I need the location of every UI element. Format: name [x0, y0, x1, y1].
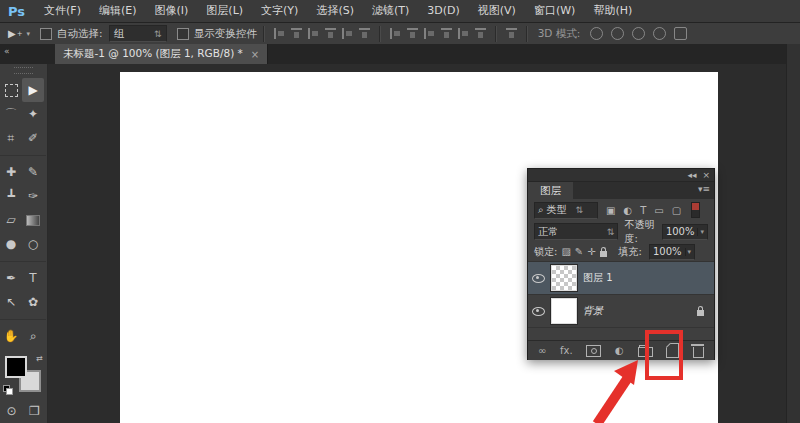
collapse-panels-icon[interactable]: «: [4, 46, 10, 56]
blur-tool[interactable]: ●: [0, 232, 22, 256]
clone-stamp-tool[interactable]: ┻: [0, 184, 22, 208]
panel-menu-icon[interactable]: ▾≡: [698, 184, 710, 194]
eyedropper-tool[interactable]: ✐: [22, 126, 44, 150]
delete-layer-icon[interactable]: [693, 347, 704, 358]
align-vertical-centers-icon[interactable]: [291, 28, 302, 39]
menu-item[interactable]: 窗口(W): [525, 0, 584, 22]
filter-adjustment-icon[interactable]: ◐: [623, 205, 632, 216]
menu-item[interactable]: 选择(S): [307, 0, 363, 22]
path-select-tool[interactable]: ↖: [0, 290, 22, 314]
align-left-edges-icon[interactable]: [325, 28, 336, 39]
fill-value[interactable]: 100% ▾: [649, 244, 695, 260]
add-layer-mask-icon[interactable]: [586, 345, 601, 357]
screen-mode-button[interactable]: ❐: [25, 402, 45, 420]
menu-item[interactable]: 编辑(E): [90, 0, 146, 22]
lock-position-icon[interactable]: ✛: [587, 246, 595, 257]
menu-item[interactable]: 滤镜(T): [363, 0, 418, 22]
menu-item[interactable]: 图层(L): [197, 0, 252, 22]
pen-tool[interactable]: ✒: [0, 266, 22, 290]
filter-toggle-switch[interactable]: [691, 202, 700, 218]
toolbar-grip[interactable]: [14, 67, 33, 74]
layer-row-layer1[interactable]: 图层 1: [528, 262, 714, 295]
distribute-vertical-centers-icon[interactable]: [407, 28, 418, 39]
quick-mask-button[interactable]: ⊙: [2, 402, 22, 420]
filter-image-icon[interactable]: ▣: [606, 205, 615, 216]
tool-group-divider: [0, 150, 46, 156]
menu-item[interactable]: 3D(D): [418, 0, 469, 22]
align-horizontal-centers-icon[interactable]: [342, 28, 353, 39]
move-tool[interactable]: ▶: [22, 78, 44, 102]
history-brush-tool[interactable]: ✑: [22, 184, 44, 208]
menu-item[interactable]: 文字(Y): [252, 0, 307, 22]
magic-wand-tool[interactable]: ✦: [22, 102, 44, 126]
move-tool-badge[interactable]: ▶+ ▾: [8, 28, 30, 39]
auto-select-checkbox[interactable]: [40, 28, 52, 40]
align-top-edges-icon[interactable]: [274, 28, 285, 39]
type-tool[interactable]: T: [22, 266, 44, 290]
layer-thumbnail[interactable]: [551, 265, 577, 291]
filter-type-icon[interactable]: T: [640, 205, 646, 216]
color-swatches: ⇄: [3, 354, 43, 396]
custom-shape-tool[interactable]: ✿: [22, 290, 44, 314]
hand-tool[interactable]: ✋: [0, 324, 22, 348]
visibility-eye-icon[interactable]: [532, 307, 545, 316]
distribute-right-edges-icon[interactable]: [475, 28, 486, 39]
opacity-value[interactable]: 100% ▾: [662, 224, 708, 240]
menu-item[interactable]: 帮助(H): [584, 0, 641, 22]
3d-slide-icon[interactable]: [653, 27, 666, 40]
document-tab[interactable]: 未标题-1 @ 100% (图层 1, RGB/8) * ×: [55, 44, 268, 64]
lock-paint-icon[interactable]: ✎: [575, 246, 583, 257]
distribute-bottom-edges-icon[interactable]: [424, 28, 435, 39]
filter-type-dropdown[interactable]: ⌕ 类型 ⇅: [534, 202, 598, 219]
auto-align-layers-icon[interactable]: [506, 28, 517, 39]
panel-close-icon[interactable]: ×: [702, 170, 710, 180]
gradient-tool[interactable]: [22, 208, 44, 232]
dropdown-arrow-icon[interactable]: ▾: [685, 248, 692, 256]
brush-tool[interactable]: ✎: [22, 160, 44, 184]
zoom-tool[interactable]: ⌕: [22, 324, 44, 348]
layer-list: 图层 1 背景: [528, 261, 714, 340]
dropdown-arrow-icon[interactable]: ▾: [697, 228, 704, 236]
distribute-top-edges-icon[interactable]: [390, 28, 401, 39]
visibility-eye-icon[interactable]: [532, 274, 545, 283]
tab-layers[interactable]: 图层: [528, 182, 573, 199]
blend-mode-dropdown[interactable]: 正常 ⇅: [534, 223, 618, 240]
dodge-tool[interactable]: ○: [22, 232, 44, 256]
spinner-icon: ⇅: [154, 29, 162, 39]
3d-camera-icon[interactable]: [674, 27, 687, 40]
show-transform-checkbox[interactable]: [177, 28, 189, 40]
new-layer-icon[interactable]: [666, 343, 679, 358]
3d-pan-icon[interactable]: [632, 27, 645, 40]
layer-row-background[interactable]: 背景: [528, 295, 714, 328]
adjustment-layer-icon[interactable]: ◐: [615, 345, 624, 356]
layer-style-button[interactable]: fx.: [560, 345, 573, 356]
lock-all-icon[interactable]: [600, 251, 607, 257]
layer-thumbnail[interactable]: [551, 298, 577, 324]
align-right-edges-icon[interactable]: [359, 28, 370, 39]
rect-marquee-tool[interactable]: [0, 78, 22, 102]
auto-select-dropdown[interactable]: 组 ⇅: [109, 25, 167, 42]
menu-item[interactable]: 文件(F): [35, 0, 90, 22]
eraser-tool[interactable]: ▱: [0, 208, 22, 232]
tool-preset-caret-icon[interactable]: ▾: [27, 30, 31, 38]
distribute-horizontal-centers-icon[interactable]: [458, 28, 469, 39]
distribute-left-edges-icon[interactable]: [441, 28, 452, 39]
lasso-tool[interactable]: ⌒: [0, 102, 22, 126]
3d-roll-icon[interactable]: [611, 27, 624, 40]
filter-smart-object-icon[interactable]: ▢: [672, 205, 681, 216]
3d-rotate-icon[interactable]: [590, 27, 603, 40]
new-group-icon[interactable]: [638, 347, 653, 357]
menu-item[interactable]: 视图(V): [469, 0, 525, 22]
swap-colors-icon[interactable]: ⇄: [36, 354, 43, 363]
panel-collapse-icon[interactable]: ◂◂: [687, 170, 696, 180]
align-bottom-edges-icon[interactable]: [308, 28, 319, 39]
lock-transparent-icon[interactable]: ▨: [561, 246, 570, 257]
crop-tool[interactable]: ⌗: [0, 126, 22, 150]
close-document-icon[interactable]: ×: [251, 49, 259, 60]
filter-shape-icon[interactable]: ▭: [654, 205, 663, 216]
healing-brush-tool[interactable]: ✚: [0, 160, 22, 184]
default-colors-icon[interactable]: [3, 385, 12, 394]
foreground-color-swatch[interactable]: [5, 356, 27, 378]
link-layers-icon[interactable]: ∞: [538, 345, 546, 356]
menu-item[interactable]: 图像(I): [146, 0, 198, 22]
